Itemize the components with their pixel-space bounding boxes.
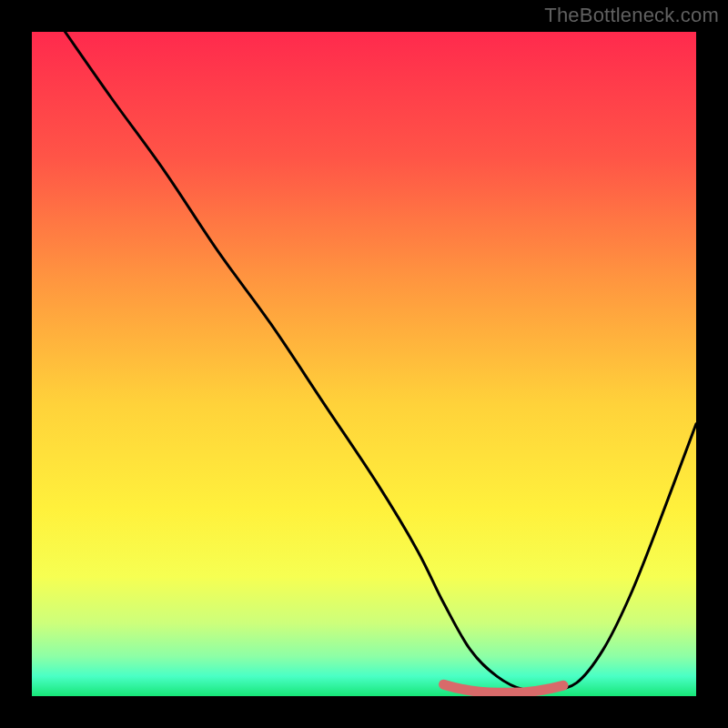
gradient-background: [32, 32, 696, 696]
watermark-text: TheBottleneck.com: [544, 4, 719, 27]
plot-area: [32, 32, 696, 696]
bottleneck-chart: [32, 32, 696, 696]
chart-frame: TheBottleneck.com: [0, 0, 728, 728]
